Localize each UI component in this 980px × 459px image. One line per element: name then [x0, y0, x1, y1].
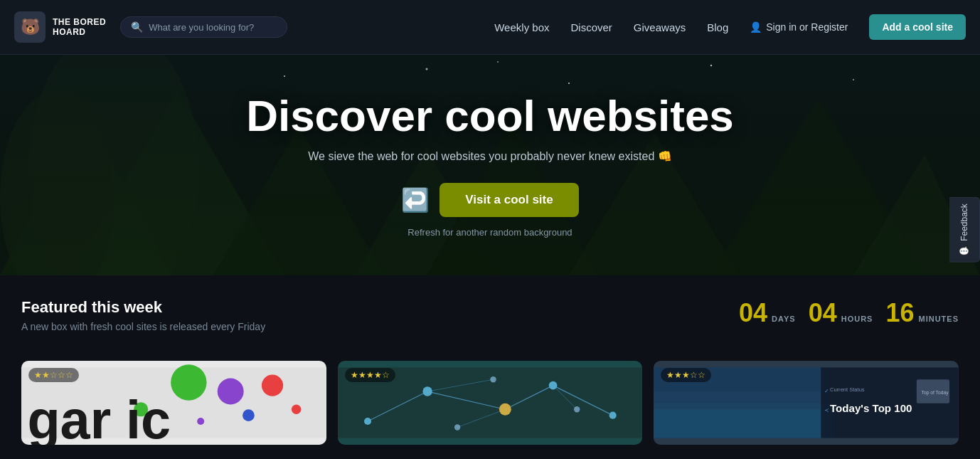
svg-text:Current Status: Current Status: [830, 386, 865, 393]
hero-section: Discover cool websites We sieve the web …: [0, 55, 980, 275]
featured-section: Featured this week A new box with fresh …: [0, 275, 980, 361]
svg-point-35: [364, 418, 371, 425]
card-1-stars: ★★☆☆☆: [28, 368, 79, 382]
svg-text:gar ic: gar ic: [27, 390, 171, 445]
svg-point-19: [171, 364, 206, 400]
svg-point-42: [574, 406, 580, 412]
countdown-hours-block: 04 HOURS: [809, 298, 873, 328]
countdown-days: 04: [739, 298, 767, 328]
hero-content: Discover cool websites We sieve the web …: [232, 93, 748, 237]
nav-blog[interactable]: Blog: [707, 21, 728, 33]
countdown-days-block: 04 DAYS: [739, 298, 796, 328]
svg-point-12: [284, 75, 285, 77]
svg-point-13: [426, 68, 428, 70]
svg-point-17: [497, 61, 499, 63]
svg-point-39: [609, 412, 616, 419]
refresh-text: Refresh for another random background: [246, 227, 734, 238]
svg-point-40: [490, 376, 496, 382]
featured-card-2[interactable]: ★★★★☆: [338, 361, 643, 445]
feedback-tab[interactable]: 💬 Feedback: [949, 197, 980, 263]
svg-point-37: [499, 403, 511, 416]
hero-subtitle: We sieve the web for cool websites you p…: [246, 149, 734, 163]
svg-point-16: [853, 79, 854, 80]
svg-text:Today's Top 100: Today's Top 100: [830, 402, 912, 414]
logo-link[interactable]: 🐻 The Bored Hoard: [14, 11, 106, 43]
nav-giveaways[interactable]: Giveaways: [634, 21, 686, 33]
logo-text: The Bored Hoard: [53, 17, 106, 38]
countdown-minutes: 16: [885, 298, 914, 328]
svg-point-15: [710, 65, 712, 66]
svg-point-20: [218, 379, 244, 405]
countdown-minutes-label: MINUTES: [919, 315, 959, 323]
feedback-tab-wrapper: 💬 Feedback: [949, 197, 980, 263]
cards-row: ★★☆☆☆ gar ic ★★★★☆: [0, 361, 980, 459]
navbar: 🐻 The Bored Hoard 🔍 Weekly box Discover …: [0, 0, 980, 55]
swirl-icon: ↩️: [401, 186, 430, 213]
featured-title: Featured this week: [21, 298, 265, 317]
search-bar: 🔍: [120, 16, 287, 38]
svg-point-23: [243, 409, 255, 421]
search-input[interactable]: [149, 22, 277, 33]
logo-icon: 🐻: [14, 11, 46, 43]
featured-header: Featured this week A new box with fresh …: [21, 298, 959, 332]
hero-title: Discover cool websites: [246, 93, 734, 139]
svg-point-41: [454, 424, 460, 430]
navbar-nav: Weekly box Discover Giveaways Blog 👤 Sig…: [494, 14, 966, 40]
featured-subtitle: A new box with fresh cool sites is relea…: [21, 321, 265, 332]
card-2-stars: ★★★★☆: [345, 368, 395, 382]
svg-point-25: [197, 418, 204, 425]
featured-card-3[interactable]: ★★★☆☆ Current Status Today's Top 100 Top…: [654, 361, 959, 445]
card-3-stars: ★★★☆☆: [661, 368, 711, 382]
add-cool-site-button[interactable]: Add a cool site: [869, 14, 966, 40]
svg-rect-46: [654, 391, 833, 409]
countdown-hours-label: HOURS: [841, 315, 873, 323]
svg-text:Top of Today: Top of Today: [922, 390, 949, 396]
search-icon: 🔍: [131, 21, 143, 33]
nav-weekly-box[interactable]: Weekly box: [494, 21, 549, 33]
countdown: 04 DAYS 04 HOURS 16 MINUTES: [739, 298, 959, 328]
countdown-hours: 04: [809, 298, 837, 328]
svg-point-24: [292, 405, 301, 414]
visit-cool-site-button[interactable]: Visit a cool site: [440, 183, 578, 217]
user-icon: 👤: [750, 21, 762, 33]
svg-text:≺: ≺: [824, 406, 829, 413]
svg-text:✓: ✓: [824, 387, 829, 394]
featured-title-block: Featured this week A new box with fresh …: [21, 298, 265, 332]
feedback-label: Feedback: [959, 204, 969, 241]
svg-point-21: [262, 374, 283, 396]
sign-in-link[interactable]: 👤 Sign in or Register: [750, 21, 848, 33]
svg-point-38: [548, 381, 557, 390]
feedback-icon: 💬: [959, 245, 969, 255]
svg-point-36: [422, 386, 432, 396]
svg-point-14: [568, 83, 570, 84]
countdown-minutes-block: 16 MINUTES: [885, 298, 959, 328]
nav-discover[interactable]: Discover: [571, 21, 612, 33]
hero-cta-row: ↩️ Visit a cool site: [246, 183, 734, 217]
countdown-days-label: DAYS: [772, 315, 796, 323]
featured-card-1[interactable]: ★★☆☆☆ gar ic: [21, 361, 326, 445]
